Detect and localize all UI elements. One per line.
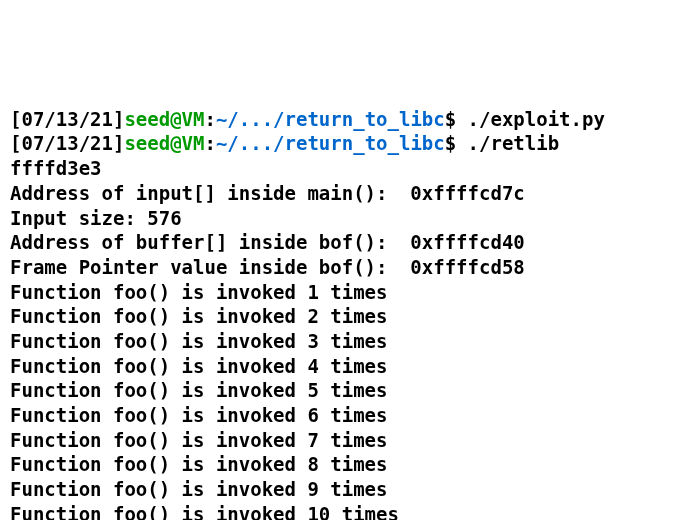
output-text: ffffd3e3 — [10, 157, 102, 179]
separator: : — [204, 108, 215, 130]
terminal-line: Function foo() is invoked 3 times — [10, 329, 679, 354]
output-text: Function foo() is invoked 4 times — [10, 355, 388, 377]
terminal-line: Function foo() is invoked 2 times — [10, 304, 679, 329]
output-text: Function foo() is invoked 5 times — [10, 379, 388, 401]
terminal-line: Function foo() is invoked 4 times — [10, 354, 679, 379]
user-host: seed@VM — [124, 108, 204, 130]
user-host: seed@VM — [124, 132, 204, 154]
timestamp: [07/13/21] — [10, 132, 124, 154]
separator: : — [204, 132, 215, 154]
terminal-line: Function foo() is invoked 7 times — [10, 428, 679, 453]
output-text: Input size: 576 — [10, 207, 182, 229]
terminal-line: Address of buffer[] inside bof(): 0xffff… — [10, 230, 679, 255]
output-text: Function foo() is invoked 6 times — [10, 404, 388, 426]
output-text: Function foo() is invoked 7 times — [10, 429, 388, 451]
output-text: Function foo() is invoked 2 times — [10, 305, 388, 327]
terminal-line: Function foo() is invoked 1 times — [10, 280, 679, 305]
terminal-line: Frame Pointer value inside bof(): 0xffff… — [10, 255, 679, 280]
command-text: ./exploit.py — [468, 108, 605, 130]
terminal-line: ffffd3e3 — [10, 156, 679, 181]
terminal-line: Address of input[] inside main(): 0xffff… — [10, 181, 679, 206]
terminal-line: [07/13/21]seed@VM:~/.../return_to_libc$ … — [10, 131, 679, 156]
command-text: ./retlib — [468, 132, 560, 154]
output-text: Function foo() is invoked 10 times — [10, 503, 399, 520]
prompt-symbol: $ — [445, 108, 456, 130]
terminal-line: Function foo() is invoked 8 times — [10, 452, 679, 477]
terminal-line: [07/13/21]seed@VM:~/.../return_to_libc$ … — [10, 107, 679, 132]
output-text: Address of input[] inside main(): 0xffff… — [10, 182, 525, 204]
terminal-line: Function foo() is invoked 6 times — [10, 403, 679, 428]
output-text: Function foo() is invoked 1 times — [10, 281, 388, 303]
prompt-symbol: $ — [445, 132, 456, 154]
terminal-output[interactable]: [07/13/21]seed@VM:~/.../return_to_libc$ … — [10, 107, 679, 520]
terminal-line: Function foo() is invoked 9 times — [10, 477, 679, 502]
cwd-path: ~/.../return_to_libc — [216, 132, 445, 154]
output-text: Function foo() is invoked 3 times — [10, 330, 388, 352]
terminal-line: Function foo() is invoked 5 times — [10, 378, 679, 403]
terminal-line: Function foo() is invoked 10 times — [10, 502, 679, 520]
cwd-path: ~/.../return_to_libc — [216, 108, 445, 130]
output-text: Function foo() is invoked 9 times — [10, 478, 388, 500]
output-text: Frame Pointer value inside bof(): 0xffff… — [10, 256, 525, 278]
output-text: Function foo() is invoked 8 times — [10, 453, 388, 475]
terminal-line: Input size: 576 — [10, 206, 679, 231]
output-text: Address of buffer[] inside bof(): 0xffff… — [10, 231, 525, 253]
timestamp: [07/13/21] — [10, 108, 124, 130]
